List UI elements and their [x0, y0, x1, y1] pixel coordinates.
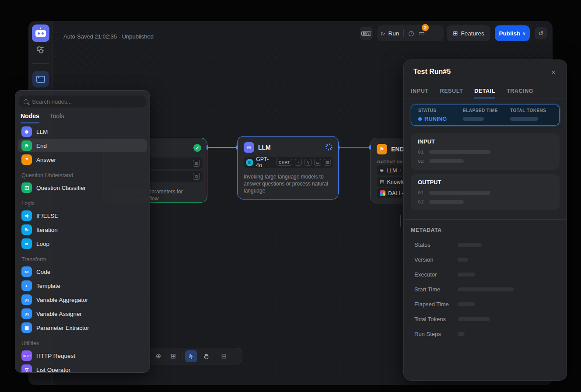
node-item-template[interactable]: ◐ Template [18, 279, 147, 292]
value-skeleton [429, 191, 490, 195]
run-history-icon[interactable]: ◷ [408, 29, 414, 37]
panel-resize-handle[interactable] [400, 215, 401, 227]
cursor-icon [188, 353, 195, 360]
node-item-http-request[interactable]: HTTP HTTP Request [18, 349, 147, 362]
node-item-answer[interactable]: ❞ Answer [18, 153, 147, 166]
item-label: Question Classifier [36, 185, 86, 191]
tab-tracing[interactable]: TRACING [507, 84, 533, 98]
answer-icon: ❞ [21, 154, 32, 165]
metadata-row-version: Version [411, 256, 560, 263]
section-transform: Transform [15, 251, 150, 265]
metadata-row-executor: Executor [411, 271, 560, 278]
copy-icon: ⧉ [193, 173, 200, 180]
app-avatar[interactable] [32, 24, 49, 42]
metadata-skeleton [458, 258, 468, 262]
section-question-understand: Question Understand [15, 167, 150, 181]
node-item-if-else[interactable]: ⇉ IF/ELSE [18, 209, 147, 222]
notification-badge: 2 [422, 24, 429, 31]
elapsed-time-skeleton [463, 117, 484, 121]
tab-nodes[interactable]: Nodes [21, 112, 39, 123]
list-operator-icon: ▽ [21, 364, 32, 373]
output-card-title: OUTPUT [418, 179, 553, 186]
search-input[interactable]: Search nodes... [19, 95, 146, 108]
item-label: Parameter Extractor [36, 325, 89, 331]
version-history-button[interactable]: ↺ [535, 27, 547, 39]
llm-icon: ⊛ [244, 142, 254, 153]
hand-mode-button[interactable] [200, 350, 212, 362]
history-icon: ↺ [538, 30, 543, 37]
robot-icon [35, 30, 46, 37]
add-note-button[interactable]: ⊞ [167, 350, 179, 362]
audio-icon: ∿ [304, 159, 312, 166]
llm-icon: ⊛ [21, 126, 32, 137]
publish-label: Publish [499, 30, 520, 37]
node-item-variable-aggregator[interactable]: {x} Variable Aggregator [18, 293, 147, 306]
node-item-question-classifier[interactable]: ◫ Question Classifier [18, 181, 147, 194]
divider [182, 353, 182, 360]
tab-result[interactable]: RESULT [440, 84, 463, 98]
separator: / [400, 168, 401, 173]
edge-start-llm [207, 147, 237, 148]
node-item-variable-assigner[interactable]: {=} Variable Assigner [18, 307, 147, 320]
metadata-row-start-time: Start Time [411, 286, 560, 293]
dalle-icon [380, 190, 385, 196]
node-item-parameter-extractor[interactable]: ▦ Parameter Extractor [18, 321, 147, 334]
video-icon: ▭ [314, 159, 321, 166]
model-name: GPT-4o [256, 156, 274, 168]
openai-icon: ⊛ [246, 159, 253, 166]
item-label: Variable Aggregator [36, 297, 88, 303]
success-check-icon: ✓ [193, 144, 201, 152]
section-utilities: Utilities [15, 335, 150, 349]
item-label: IF/ELSE [36, 213, 58, 219]
llm-node[interactable]: ⊛ LLM ⊛ GPT-4o CHAT ◔ ∿ ▭ ▤ Invoking lar… [237, 136, 339, 200]
node-item-list-operator[interactable]: ▽ List Operator [18, 363, 147, 373]
status-value: RUNING [418, 116, 463, 122]
search-placeholder: Search nodes... [32, 98, 72, 105]
tab-tools[interactable]: Tools [50, 112, 64, 123]
add-node-button[interactable]: ⊕ [152, 350, 164, 362]
env-button[interactable]: ENV [360, 27, 373, 40]
loop-icon: ∞ [21, 238, 32, 249]
organize-nodes-button[interactable]: ⊟ [218, 350, 230, 362]
total-tokens-label: TOTAL TOKENS [510, 108, 546, 113]
autosave-status: Auto-Saved 21:02:35 · Unpublished [63, 33, 154, 40]
node-item-end[interactable]: ⚑ End [18, 139, 147, 152]
close-icon: ✕ [551, 69, 556, 76]
item-label: Iteration [36, 227, 58, 233]
checklist-button[interactable]: ≔ 2 [418, 29, 425, 37]
features-button[interactable]: ⊞ Features [447, 25, 490, 41]
file-icon: ▤ [193, 160, 200, 167]
test-run-panel: Test Run#5 ✕ INPUT RESULT DETAIL TRACING… [403, 60, 567, 381]
value-skeleton [429, 150, 490, 154]
http-request-icon: HTTP [21, 350, 32, 361]
model-selector[interactable]: ⊛ GPT-4o CHAT ◔ ∿ ▭ ▤ [244, 157, 333, 168]
rail-divider [32, 63, 49, 64]
if-else-icon: ⇉ [21, 210, 32, 221]
edge-llm-end [339, 147, 370, 148]
run-button[interactable]: ▷ Run [382, 30, 399, 37]
close-button[interactable]: ✕ [548, 67, 559, 77]
value-skeleton [429, 159, 464, 163]
variable-name: LLM [386, 168, 397, 174]
node-item-code[interactable]: </> Code [18, 265, 147, 278]
node-item-llm[interactable]: ⊛ LLM [18, 125, 147, 138]
pointer-mode-button[interactable] [185, 350, 197, 362]
input-row: 02 [418, 158, 553, 164]
metadata-label: Run Steps [411, 331, 458, 337]
publish-button[interactable]: Publish ∨ [495, 25, 530, 41]
node-item-iteration[interactable]: ↻ Iteration [18, 223, 147, 236]
metadata-row-total-tokens: Total Tokens [411, 316, 560, 322]
run-panel-body: STATUS RUNING ELAPSED TIME TOTAL TOKENS … [404, 98, 567, 343]
preview-window-button[interactable] [32, 71, 49, 88]
tab-detail[interactable]: DETAIL [474, 84, 495, 98]
knowledge-icon: ▤ [380, 179, 384, 185]
metadata-skeleton [458, 332, 465, 336]
line-number: 02 [418, 158, 424, 164]
preferences-icon[interactable] [37, 46, 45, 52]
topbar-divider [375, 29, 375, 38]
llm-node-title: LLM [258, 144, 271, 151]
tab-input[interactable]: INPUT [411, 84, 429, 98]
node-item-loop[interactable]: ∞ Loop [18, 237, 147, 250]
vision-icon: ◔ [295, 159, 302, 166]
template-icon: ◐ [21, 280, 32, 291]
